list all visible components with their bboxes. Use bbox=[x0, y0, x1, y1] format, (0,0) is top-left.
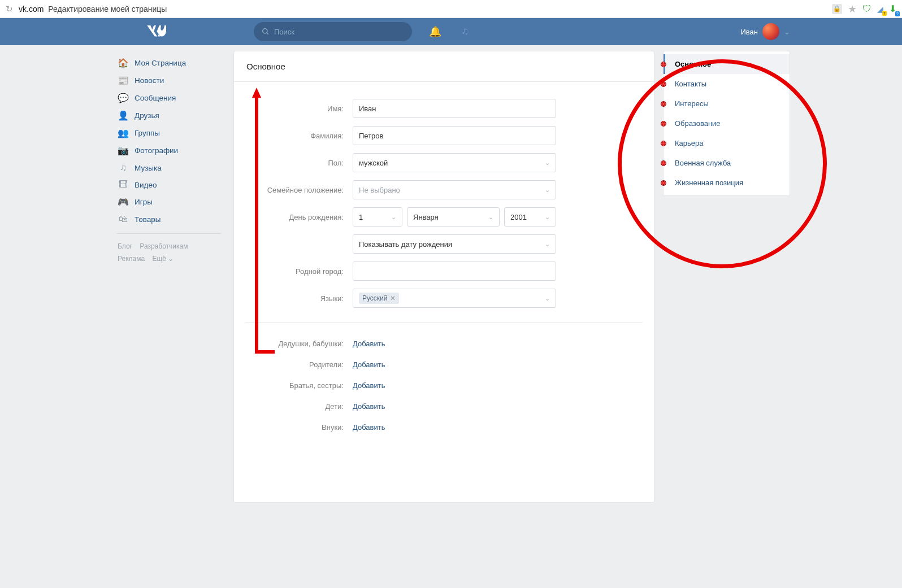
panel-title: Основное bbox=[234, 51, 654, 81]
footer-ads[interactable]: Реклама bbox=[118, 255, 145, 263]
nav-label: Видео bbox=[135, 181, 157, 189]
reload-icon[interactable]: ↻ bbox=[6, 4, 13, 14]
nav-divider bbox=[116, 233, 220, 234]
nav-label: Музыка bbox=[135, 164, 162, 172]
news-icon: 📰 bbox=[118, 75, 129, 86]
lock-icon: 🔒 bbox=[832, 4, 842, 14]
gender-label: Пол: bbox=[245, 159, 353, 167]
nav-news[interactable]: 📰Новости bbox=[112, 72, 225, 89]
tab-label: Карьера bbox=[675, 139, 704, 147]
divider bbox=[245, 322, 643, 323]
footer-blog[interactable]: Блог bbox=[118, 242, 132, 250]
tab-education[interactable]: Образование bbox=[664, 114, 790, 133]
add-grandchildren[interactable]: Добавить bbox=[353, 423, 385, 432]
music-icon[interactable]: ♫ bbox=[461, 25, 469, 38]
marital-label: Семейное положение: bbox=[245, 186, 353, 194]
nav-label: Сообщения bbox=[135, 94, 176, 102]
nav-label: Товары bbox=[135, 215, 161, 224]
add-children[interactable]: Добавить bbox=[353, 402, 385, 411]
shield-ext-icon[interactable]: 🛡 bbox=[862, 4, 871, 14]
music-nav-icon: ♫ bbox=[118, 163, 129, 173]
tab-general[interactable]: Основное bbox=[664, 54, 790, 74]
remove-lang-icon[interactable]: ✕ bbox=[390, 294, 396, 302]
ext-icon-2[interactable]: ◢7 bbox=[877, 5, 883, 14]
chevron-down-icon: ⌄ bbox=[545, 214, 550, 221]
nav-friends[interactable]: 👤Друзья bbox=[112, 107, 225, 124]
nav-photos[interactable]: 📷Фотографии bbox=[112, 142, 225, 159]
langs-label: Языки: bbox=[245, 294, 353, 303]
tab-label: Военная служба bbox=[675, 159, 731, 167]
tab-label: Образование bbox=[675, 119, 721, 128]
bday-day: 1 bbox=[359, 213, 363, 221]
lang-token: Русский ✕ bbox=[359, 293, 399, 304]
rel-children-label: Дети: bbox=[245, 402, 353, 411]
footer-dev[interactable]: Разработчикам bbox=[140, 242, 188, 250]
langs-select[interactable]: Русский ✕ ⌄ bbox=[353, 289, 556, 308]
star-icon[interactable]: ★ bbox=[848, 3, 857, 15]
nav-my-page[interactable]: 🏠Моя Страница bbox=[112, 54, 225, 72]
nav-music[interactable]: ♫Музыка bbox=[112, 159, 225, 176]
hometown-input[interactable] bbox=[353, 262, 556, 281]
add-parents[interactable]: Добавить bbox=[353, 360, 385, 369]
first-name-label: Имя: bbox=[245, 104, 353, 113]
chevron-down-icon: ⌄ bbox=[545, 295, 550, 302]
chevron-down-icon: ⌄ bbox=[545, 159, 550, 167]
tab-label: Жизненная позиция bbox=[675, 178, 743, 187]
tab-career[interactable]: Карьера bbox=[664, 133, 790, 153]
last-name-label: Фамилия: bbox=[245, 132, 353, 140]
download-ext-icon[interactable]: ⬇? bbox=[889, 3, 896, 14]
add-grandparents[interactable]: Добавить bbox=[353, 339, 385, 348]
bag-icon: 🛍 bbox=[118, 214, 129, 224]
first-name-input[interactable] bbox=[353, 99, 556, 118]
marital-select[interactable]: Не выбрано ⌄ bbox=[353, 180, 556, 199]
nav-video[interactable]: 🎞Видео bbox=[112, 176, 225, 193]
nav-games[interactable]: 🎮Игры bbox=[112, 193, 225, 211]
nav-label: Группы bbox=[135, 129, 160, 137]
search-box[interactable] bbox=[254, 22, 412, 41]
tab-life-stance[interactable]: Жизненная позиция bbox=[664, 173, 790, 193]
video-icon: 🎞 bbox=[118, 180, 129, 190]
home-icon: 🏠 bbox=[118, 58, 129, 68]
nav-messages[interactable]: 💬Сообщения bbox=[112, 89, 225, 107]
nav-groups[interactable]: 👥Группы bbox=[112, 124, 225, 142]
bday-day-select[interactable]: 1⌄ bbox=[353, 207, 402, 227]
vk-logo[interactable] bbox=[146, 23, 166, 41]
nav-label: Фотографии bbox=[135, 146, 178, 155]
search-input[interactable] bbox=[274, 28, 404, 36]
nav-market[interactable]: 🛍Товары bbox=[112, 211, 225, 228]
camera-icon: 📷 bbox=[118, 145, 129, 156]
user-menu[interactable]: Иван ⌄ bbox=[740, 23, 790, 40]
friends-icon: 👤 bbox=[118, 110, 129, 121]
bday-month-select[interactable]: Января⌄ bbox=[407, 207, 500, 227]
nav-label: Друзья bbox=[135, 111, 159, 120]
marker-icon bbox=[661, 81, 666, 87]
tab-contacts[interactable]: Контакты bbox=[664, 74, 790, 94]
chevron-down-icon: ⌄ bbox=[168, 255, 174, 263]
left-nav: 🏠Моя Страница 📰Новости 💬Сообщения 👤Друзь… bbox=[112, 51, 225, 503]
avatar bbox=[762, 23, 779, 40]
add-siblings[interactable]: Добавить bbox=[353, 381, 385, 390]
bday-month: Января bbox=[413, 213, 439, 221]
last-name-input[interactable] bbox=[353, 126, 556, 145]
tab-military[interactable]: Военная служба bbox=[664, 153, 790, 173]
gender-value: мужской bbox=[359, 159, 388, 167]
message-icon: 💬 bbox=[118, 93, 129, 103]
gamepad-icon: 🎮 bbox=[118, 197, 129, 207]
hometown-label: Родной город: bbox=[245, 267, 353, 276]
bday-label: День рождения: bbox=[245, 213, 353, 221]
marker-icon bbox=[661, 180, 666, 186]
user-name: Иван bbox=[740, 28, 758, 36]
chevron-down-icon: ⌄ bbox=[488, 214, 493, 221]
tab-label: Интересы bbox=[675, 99, 709, 108]
groups-icon: 👥 bbox=[118, 128, 129, 138]
chevron-down-icon: ⌄ bbox=[545, 186, 550, 194]
bell-icon[interactable]: 🔔 bbox=[429, 25, 441, 38]
marker-icon bbox=[661, 160, 666, 166]
footer-more[interactable]: Ещё ⌄ bbox=[152, 255, 174, 263]
bday-year: 2001 bbox=[510, 213, 527, 221]
bday-visibility-select[interactable]: Показывать дату рождения ⌄ bbox=[353, 234, 556, 254]
gender-select[interactable]: мужской ⌄ bbox=[353, 153, 556, 172]
nav-label: Новости bbox=[135, 76, 164, 85]
bday-year-select[interactable]: 2001⌄ bbox=[504, 207, 556, 227]
tab-interests[interactable]: Интересы bbox=[664, 94, 790, 114]
